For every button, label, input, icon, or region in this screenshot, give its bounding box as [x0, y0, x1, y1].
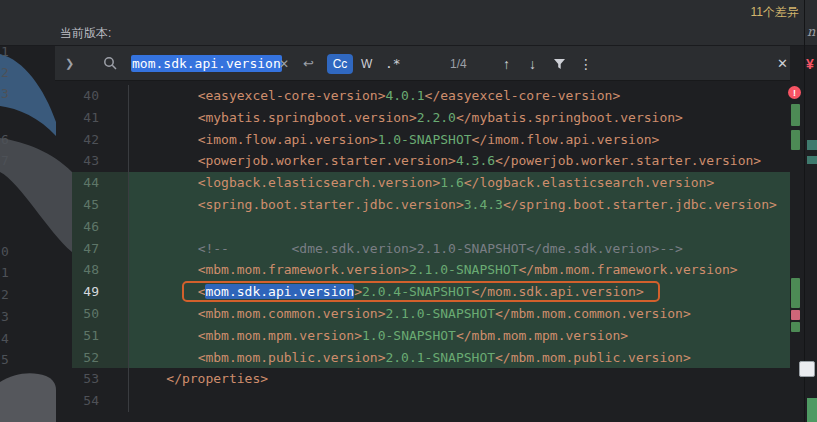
expand-replace-chevron-icon[interactable]: ❯: [65, 46, 74, 81]
match-case-toggle[interactable]: Cc: [327, 54, 353, 74]
code-segment: </mbm.mom.public.version>: [495, 350, 691, 365]
indent: [135, 153, 198, 168]
filter-icon[interactable]: [553, 46, 566, 81]
scrollbar-corner-button[interactable]: [799, 361, 815, 377]
code-line: 48 <mbm.mom.framework.version>2.1.0-SNAP…: [0, 259, 790, 281]
line-number[interactable]: 51: [72, 325, 128, 347]
line-number[interactable]: 41: [72, 107, 128, 129]
left-line-number: 0: [1, 244, 11, 259]
code-segment: </mom.sdk.api.version>: [472, 284, 644, 299]
code-text[interactable]: <mbm.mom.mpm.version>1.0-SNAPSHOT</mbm.m…: [128, 325, 790, 347]
left-line-number: 3: [1, 309, 11, 324]
line-number[interactable]: 48: [72, 259, 128, 281]
code-line: 51 <mbm.mom.mpm.version>1.0-SNAPSHOT</mb…: [0, 325, 790, 347]
search-query-text[interactable]: mom.sdk.api.version: [131, 55, 282, 72]
code-segment: >: [354, 284, 362, 299]
regex-toggle[interactable]: .*: [385, 46, 401, 81]
code-text[interactable]: <mom.sdk.api.version>2.0.4-SNAPSHOT</mom…: [128, 281, 790, 303]
code-segment: </easyexcel-core-version>: [425, 88, 621, 103]
code-line: 47 <!-- <dme.sdk.verion>2.1.0-SNAPSHOT</…: [0, 238, 790, 260]
next-match-button[interactable]: ↓: [529, 46, 536, 81]
diff-stripe-mark[interactable]: [791, 310, 800, 320]
line-number[interactable]: 40: [72, 85, 128, 107]
code-segment: </mbm.mom.mpm.version>: [456, 328, 628, 343]
line-number[interactable]: 49: [72, 281, 128, 303]
code-segment: 2.2.0: [417, 110, 456, 125]
code-line: 44 <logback.elasticsearch.version>1.6</l…: [0, 172, 790, 194]
left-line-number: 5: [1, 352, 11, 367]
more-options-icon[interactable]: ⋮: [579, 46, 593, 81]
diff-stripe-mark[interactable]: [791, 130, 800, 150]
code-text[interactable]: <mbm.mom.framework.version>2.1.0-SNAPSHO…: [128, 259, 790, 281]
code-segment: 1.0-SNAPSHOT: [378, 132, 472, 147]
line-number[interactable]: 45: [72, 194, 128, 216]
indent: [135, 88, 198, 103]
left-line-number: 1: [1, 265, 11, 280]
code-line: 52 <mbm.mom.public.version>2.0.1-SNAPSHO…: [0, 347, 790, 369]
newline-icon[interactable]: ↩: [303, 46, 314, 81]
line-number[interactable]: 54: [72, 390, 128, 412]
code-text[interactable]: <imom.flow.api.version>1.0-SNAPSHOT</imo…: [128, 129, 790, 151]
left-line-number: 2: [1, 65, 11, 80]
indent: [135, 175, 198, 190]
left-line-number: 7: [1, 153, 11, 168]
line-number[interactable]: 52: [72, 347, 128, 369]
current-version-label: 当前版本:: [60, 25, 111, 42]
code-segment: 2.0.1-SNAPSHOT: [385, 350, 495, 365]
diff-stripe-mark[interactable]: [791, 278, 800, 308]
code-text[interactable]: </properties>: [128, 368, 790, 390]
line-number[interactable]: 42: [72, 129, 128, 151]
clear-search-icon[interactable]: ✕: [279, 46, 289, 81]
code-line: 41 <mybatis.springboot.version>2.2.0</my…: [0, 107, 790, 129]
code-text[interactable]: [128, 216, 790, 238]
code-segment: mom.sdk.api.version: [205, 284, 354, 299]
code-text[interactable]: <spring.boot.starter.jdbc.version>3.4.3<…: [128, 194, 790, 216]
line-number[interactable]: 46: [72, 216, 128, 238]
line-number[interactable]: 50: [72, 303, 128, 325]
code-segment: </mybatis.springboot.version>: [456, 110, 683, 125]
code-text[interactable]: [128, 390, 790, 412]
edge-diff-mark: [807, 398, 817, 422]
code-text[interactable]: <mbm.mom.common.version>2.1.0-SNAPSHOT</…: [128, 303, 790, 325]
code-text[interactable]: <powerjob.worker.starter.version>4.3.6</…: [128, 150, 790, 172]
edge-diff-mark: [807, 140, 817, 150]
indent: [135, 306, 198, 321]
code-segment: <logback.elasticsearch.version>: [198, 175, 441, 190]
line-number[interactable]: 47: [72, 238, 128, 260]
code-segment: <spring.boot.starter.jdbc.version>: [198, 197, 464, 212]
previous-match-button[interactable]: ↑: [503, 46, 510, 81]
code-text[interactable]: <logback.elasticsearch.version>1.6</logb…: [128, 172, 790, 194]
code-line: 54: [0, 390, 790, 412]
code-text[interactable]: <!-- <dme.sdk.verion>2.1.0-SNAPSHOT</dme…: [128, 238, 790, 260]
code-text[interactable]: <easyexcel-core-version>4.0.1</easyexcel…: [128, 85, 790, 107]
search-input[interactable]: mom.sdk.api.version: [131, 46, 282, 81]
code-segment: 2.0.4-SNAPSHOT: [362, 284, 472, 299]
line-number[interactable]: 53: [72, 368, 128, 390]
indent: [135, 241, 198, 256]
panel-divider: [804, 0, 805, 422]
line-number[interactable]: 43: [72, 150, 128, 172]
code-lines: 40 <easyexcel-core-version>4.0.1</easyex…: [0, 85, 790, 412]
code-text[interactable]: <mybatis.springboot.version>2.2.0</mybat…: [128, 107, 790, 129]
code-line: 43 <powerjob.worker.starter.version>4.3.…: [0, 150, 790, 172]
code-line: 53 </properties>: [0, 368, 790, 390]
indent: [135, 262, 198, 277]
code-segment: 4.3.6: [456, 153, 495, 168]
indent: [135, 110, 198, 125]
clipped-symbol-fragment: ¥: [806, 56, 814, 72]
line-number[interactable]: 44: [72, 172, 128, 194]
code-segment: </properties>: [166, 371, 268, 386]
code-segment: <mbm.mom.mpm.version>: [198, 328, 362, 343]
diff-stripe-mark[interactable]: [791, 322, 800, 332]
indent: [135, 197, 198, 212]
code-text[interactable]: <mbm.mom.public.version>2.0.1-SNAPSHOT</…: [128, 347, 790, 369]
error-indicator-icon[interactable]: !: [788, 86, 801, 99]
code-segment: 4.0.1: [385, 88, 424, 103]
words-toggle[interactable]: W: [361, 46, 372, 81]
code-segment: <!-- <dme.sdk.verion>2.1.0-SNAPSHOT</dme…: [198, 241, 683, 256]
diff-stripe-mark[interactable]: [791, 104, 800, 126]
code-segment: 1.6: [440, 175, 463, 190]
indent: [135, 371, 166, 386]
indent: [135, 350, 198, 365]
code-line: 46: [0, 216, 790, 238]
